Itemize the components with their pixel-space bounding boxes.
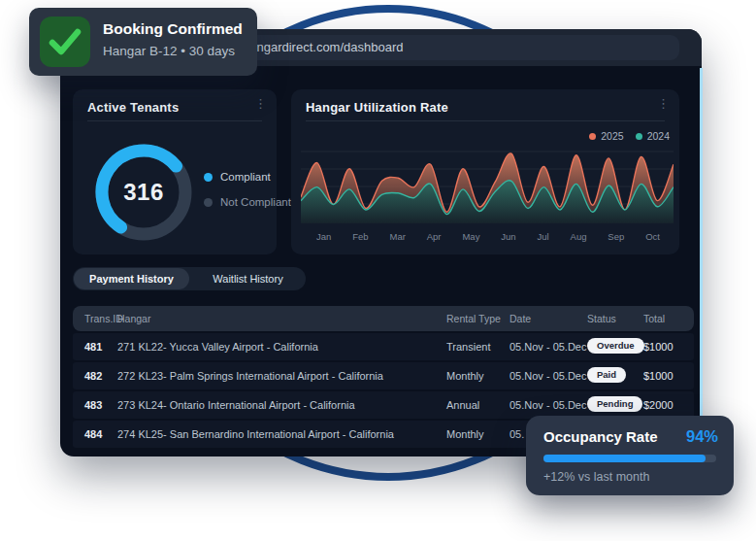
history-tabs: Payment HistoryWaitlist History	[73, 267, 306, 290]
cell-total: $1000	[643, 370, 674, 382]
active-tenants-card: Active Tenants ⋮ 316 CompliantNot Compli…	[73, 89, 277, 254]
utilization-legend: 20252024	[589, 130, 670, 142]
legend-item: Not Compliant	[204, 196, 291, 208]
occupancy-progress-track	[543, 455, 716, 462]
table-row[interactable]: 482272 KL23- Palm Springs International …	[73, 362, 694, 389]
utilization-title: Hangar Utilization Rate	[306, 100, 448, 115]
status-badge: Overdue	[587, 338, 644, 354]
legend-item: Compliant	[204, 171, 291, 183]
x-axis-tick-label: Aug	[571, 231, 587, 242]
active-tenants-title: Active Tenants	[87, 100, 179, 115]
occupancy-value: 94%	[686, 427, 718, 446]
occupancy-rate-card: Occupancy Rate 94% +12% vs last month	[526, 416, 734, 495]
table-row[interactable]: 483273 KL24- Ontario International Airpo…	[73, 391, 694, 419]
toast-title: Booking Confirmed	[103, 20, 243, 38]
page: hangardirect.com/dashboard Active Tenant…	[0, 0, 756, 541]
col-header-total: Total	[643, 313, 665, 324]
cell-total: $1000	[643, 341, 674, 353]
booking-confirmed-toast: Booking Confirmed Hangar B-12 • 30 days	[29, 8, 257, 76]
cell-rental-type: Monthly	[446, 428, 484, 440]
x-axis-tick-label: Sep	[608, 231, 624, 242]
x-axis-tick-label: Feb	[352, 231, 368, 242]
x-axis-tick-label: May	[462, 231, 479, 242]
status-badge: Pending	[587, 396, 642, 412]
cell-hangar: 273 KL24- Ontario International Airport …	[117, 399, 355, 411]
x-axis-tick-label: Jul	[538, 231, 549, 242]
col-header-hangar: Hangar	[117, 313, 150, 324]
table-header-row: Trans.ID Hangar Rental Type Date Status …	[73, 306, 694, 331]
x-axis-tick-label: Oct	[645, 231, 660, 242]
legend-item: 2025	[589, 130, 623, 142]
legend-label: 2024	[647, 130, 670, 142]
x-axis-tick-label: Mar	[389, 231, 405, 242]
col-header-rental-type: Rental Type	[446, 313, 501, 324]
cell-hangar: 274 KL25- San Bernardino International A…	[117, 428, 394, 440]
cell-hangar: 272 KL23- Palm Springs International Air…	[117, 370, 383, 382]
x-axis-labels: JanFebMarAprMayJunJulAugSepOct	[316, 231, 660, 242]
compliance-donut-chart: 316	[95, 144, 192, 241]
cell-rental-type: Transient	[446, 341, 490, 353]
cell-transid: 483	[84, 399, 102, 411]
browser-window: hangardirect.com/dashboard Active Tenant…	[60, 29, 702, 456]
table-row[interactable]: 481271 KL22- Yucca Valley Airport - Cali…	[73, 333, 694, 360]
cell-transid: 484	[84, 428, 102, 440]
cell-rental-type: Annual	[446, 399, 479, 411]
occupancy-title: Occupancy Rate	[543, 428, 658, 445]
divider	[87, 120, 262, 121]
url-bar[interactable]: hangardirect.com/dashboard	[231, 35, 679, 60]
kebab-menu-icon[interactable]: ⋮	[657, 97, 670, 111]
check-icon	[40, 17, 90, 67]
legend-dot-icon	[636, 133, 642, 140]
occupancy-subtitle: +12% vs last month	[543, 470, 649, 484]
legend-dot-icon	[204, 198, 213, 207]
legend-item: 2024	[636, 130, 670, 142]
legend-dot-icon	[204, 173, 213, 182]
legend-label: 2025	[601, 130, 623, 142]
cell-transid: 481	[84, 341, 102, 353]
cell-transid: 482	[84, 370, 102, 382]
x-axis-tick-label: Jun	[501, 231, 515, 242]
kebab-menu-icon[interactable]: ⋮	[254, 97, 267, 111]
decorative-edge-line	[700, 68, 703, 417]
status-badge: Paid	[587, 367, 626, 383]
cell-date: 05.	[509, 428, 524, 440]
utilization-card: Hangar Utilization Rate ⋮ 20252024 JanFe…	[291, 89, 679, 254]
active-tenants-value: 316	[95, 144, 192, 241]
tab-payment-history[interactable]: Payment History	[74, 268, 189, 289]
x-axis-tick-label: Jan	[316, 231, 331, 242]
col-header-date: Date	[509, 313, 531, 324]
col-header-status: Status	[587, 313, 616, 324]
cell-hangar: 271 KL22- Yucca Valley Airport - Califor…	[117, 341, 318, 353]
tab-waitlist-history[interactable]: Waitlist History	[190, 267, 306, 290]
legend-label: Compliant	[220, 171, 271, 183]
legend-dot-icon	[589, 133, 596, 140]
legend-label: Not Compliant	[220, 196, 291, 208]
toast-subtitle: Hangar B-12 • 30 days	[103, 44, 235, 58]
donut-legend: CompliantNot Compliant	[204, 171, 291, 221]
occupancy-progress-fill	[543, 455, 706, 462]
utilization-area-chart	[301, 144, 674, 227]
divider	[306, 120, 665, 121]
x-axis-tick-label: Apr	[427, 231, 442, 242]
cell-rental-type: Monthly	[446, 370, 484, 382]
cell-total: $2000	[643, 399, 674, 411]
